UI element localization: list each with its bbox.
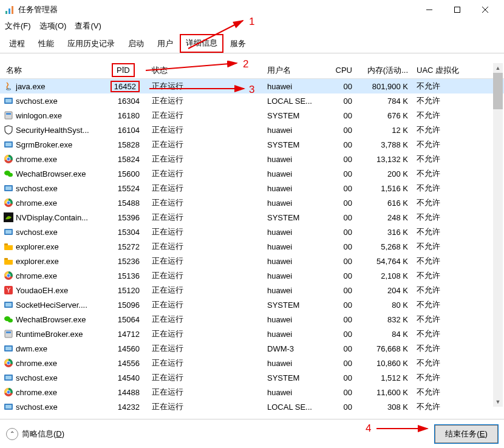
cell-mem: 3,788 K: [357, 140, 413, 149]
tab-services[interactable]: 服务: [223, 34, 253, 53]
table-row[interactable]: NVDisplay.Contain...15396正在运行SYSTEM00248…: [0, 210, 504, 225]
cell-pid: 16104: [108, 126, 146, 135]
table-row[interactable]: svchost.exe14540正在运行SYSTEM001,512 K不允许: [0, 370, 504, 385]
cell-name: chrome.exe: [16, 155, 108, 164]
tab-processes[interactable]: 进程: [2, 34, 32, 53]
minimize-button[interactable]: [415, 0, 443, 19]
tab-startup[interactable]: 启动: [121, 34, 151, 53]
footer: ⌃ 简略信息(D) 结束任务(E): [0, 419, 504, 448]
menu-file[interactable]: 文件(F): [5, 21, 31, 32]
cell-user: huawei: [267, 286, 328, 295]
table-row[interactable]: java.exe16452正在运行huawei00801,900 K不允许: [0, 79, 504, 93]
table-row[interactable]: chrome.exe14488正在运行huawei0011,600 K不允许: [0, 385, 504, 399]
table-row[interactable]: YYoudaoEH.exe15120正在运行huawei00204 K不允许: [0, 283, 504, 297]
menu-options[interactable]: 选项(O): [39, 21, 67, 32]
cell-cpu: 00: [328, 388, 357, 397]
fewer-details-link[interactable]: ⌃ 简略信息(D): [6, 428, 64, 440]
cell-name: YoudaoEH.exe: [16, 286, 108, 295]
table-row[interactable]: WechatBrowser.exe15064正在运行huawei00832 K不…: [0, 312, 504, 327]
cell-mem: 248 K: [357, 213, 413, 222]
table-row[interactable]: RuntimeBroker.exe14712正在运行huawei0084 K不允…: [0, 327, 504, 341]
cell-status: 正在运行: [146, 256, 267, 266]
cell-user: LOCAL SE...: [267, 97, 328, 106]
col-header-name[interactable]: 名称: [0, 65, 108, 76]
cell-uac: 不允许: [413, 168, 474, 179]
col-header-uac[interactable]: UAC 虚拟化: [413, 65, 474, 76]
cell-uac: 不允许: [413, 183, 474, 194]
cell-status: 正在运行: [146, 124, 267, 135]
cell-mem: 676 K: [357, 111, 413, 120]
col-header-status[interactable]: 状态: [146, 65, 267, 76]
cell-status: 正在运行: [146, 358, 267, 368]
table-row[interactable]: WechatBrowser.exe15600正在运行huawei00200 K不…: [0, 166, 504, 181]
cell-uac: 不允许: [413, 110, 474, 121]
cell-mem: 801,900 K: [357, 82, 413, 91]
cell-name: java.exe: [16, 82, 108, 91]
col-header-cpu[interactable]: CPU: [328, 66, 357, 75]
table-row[interactable]: dwm.exe14560正在运行DWM-30076,668 K不允许: [0, 341, 504, 356]
cell-name: svchost.exe: [16, 373, 108, 382]
svg-point-37: [8, 319, 13, 322]
table-row[interactable]: winlogon.exe16180正在运行SYSTEM00676 K不允许: [0, 108, 504, 123]
table-row[interactable]: chrome.exe15824正在运行huawei0013,132 K不允许: [0, 152, 504, 166]
svg-rect-11: [6, 113, 11, 115]
column-headers: 名称 PID⌄ 状态 用户名 CPU 内存(活动... UAC 虚拟化: [0, 62, 504, 79]
cell-mem: 1,516 K: [357, 184, 413, 193]
process-icon: [4, 358, 13, 368]
end-task-button[interactable]: 结束任务(E): [435, 425, 498, 443]
cell-pid: 15824: [108, 155, 146, 164]
tab-performance[interactable]: 性能: [32, 34, 61, 53]
scroll-thumb[interactable]: [493, 73, 503, 109]
table-row[interactable]: chrome.exe14556正在运行huawei0010,860 K不允许: [0, 356, 504, 370]
table-row[interactable]: explorer.exe15272正在运行huawei005,268 K不允许: [0, 239, 504, 254]
cell-uac: 不允许: [413, 401, 474, 412]
col-header-pid[interactable]: PID⌄: [108, 63, 146, 77]
cell-mem: 1,512 K: [357, 373, 413, 382]
scroll-up-icon[interactable]: ▲: [493, 63, 503, 73]
cell-pid: 14556: [108, 359, 146, 368]
process-icon: Y: [4, 285, 13, 295]
chevron-up-icon: ⌃: [6, 428, 18, 440]
table-row[interactable]: chrome.exe15488正在运行huawei00616 K不允许: [0, 195, 504, 210]
scroll-down-icon[interactable]: ▼: [493, 397, 503, 407]
cell-cpu: 00: [328, 373, 357, 382]
cell-status: 正在运行: [146, 197, 267, 208]
cell-uac: 不允许: [413, 328, 474, 339]
cell-mem: 13,132 K: [357, 155, 413, 164]
vertical-scrollbar[interactable]: ▲ ▼: [493, 63, 503, 407]
cell-name: chrome.exe: [16, 388, 108, 397]
tab-users[interactable]: 用户: [151, 34, 180, 53]
cell-mem: 84 K: [357, 330, 413, 339]
cell-user: huawei: [267, 271, 328, 280]
table-row[interactable]: SgrmBroker.exe15828正在运行SYSTEM003,788 K不允…: [0, 137, 504, 152]
col-header-user[interactable]: 用户名: [267, 65, 328, 76]
cell-user: huawei: [267, 169, 328, 178]
table-row[interactable]: chrome.exe15136正在运行huawei002,108 K不允许: [0, 268, 504, 283]
col-header-mem[interactable]: 内存(活动...: [357, 65, 413, 76]
tab-details[interactable]: 详细信息: [180, 34, 223, 53]
table-row[interactable]: svchost.exe15304正在运行huawei00316 K不允许: [0, 225, 504, 239]
process-icon: [4, 110, 13, 120]
process-icon: [4, 212, 13, 222]
cell-user: huawei: [267, 257, 328, 266]
table-row[interactable]: SecurityHealthSyst...16104正在运行huawei0012…: [0, 123, 504, 137]
table-row[interactable]: svchost.exe15524正在运行huawei001,516 K不允许: [0, 181, 504, 195]
process-icon: [4, 169, 13, 178]
table-row[interactable]: explorer.exe15236正在运行huawei0054,764 K不允许: [0, 254, 504, 268]
cell-mem: 2,108 K: [357, 271, 413, 280]
cell-uac: 不允许: [413, 343, 474, 354]
table-row[interactable]: svchost.exe14232正在运行LOCAL SE...00308 K不允…: [0, 399, 504, 413]
cell-status: 正在运行: [146, 110, 267, 121]
svg-rect-10: [5, 112, 12, 119]
cell-mem: 616 K: [357, 199, 413, 208]
cell-user: SYSTEM: [267, 140, 328, 149]
table-row[interactable]: SocketHeciServer....15096正在运行SYSTEM0080 …: [0, 297, 504, 312]
cell-pid: 15136: [108, 271, 146, 280]
table-row[interactable]: svchost.exe16304正在运行LOCAL SE...00784 K不允…: [0, 93, 504, 108]
cell-user: huawei: [267, 155, 328, 164]
menu-view[interactable]: 查看(V): [75, 21, 101, 32]
maximize-button[interactable]: [443, 0, 471, 19]
cell-cpu: 00: [328, 344, 357, 353]
tab-app-history[interactable]: 应用历史记录: [61, 34, 121, 53]
close-button[interactable]: [471, 0, 499, 19]
